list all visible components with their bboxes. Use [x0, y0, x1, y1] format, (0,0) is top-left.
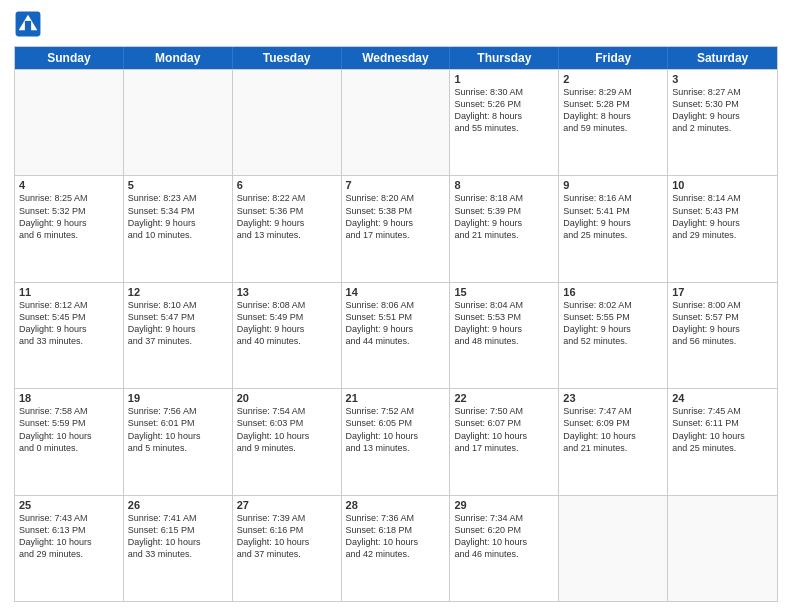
- calendar: SundayMondayTuesdayWednesdayThursdayFrid…: [14, 46, 778, 602]
- cell-content: Sunrise: 8:25 AM Sunset: 5:32 PM Dayligh…: [19, 192, 119, 241]
- cell-content: Sunrise: 7:50 AM Sunset: 6:07 PM Dayligh…: [454, 405, 554, 454]
- calendar-cell: [342, 70, 451, 175]
- cell-content: Sunrise: 8:29 AM Sunset: 5:28 PM Dayligh…: [563, 86, 663, 135]
- calendar-cell: 21Sunrise: 7:52 AM Sunset: 6:05 PM Dayli…: [342, 389, 451, 494]
- logo: [14, 10, 46, 38]
- day-number: 19: [128, 392, 228, 404]
- calendar-cell: 14Sunrise: 8:06 AM Sunset: 5:51 PM Dayli…: [342, 283, 451, 388]
- day-number: 11: [19, 286, 119, 298]
- weekday-header: Saturday: [668, 47, 777, 69]
- day-number: 17: [672, 286, 773, 298]
- cell-content: Sunrise: 8:20 AM Sunset: 5:38 PM Dayligh…: [346, 192, 446, 241]
- day-number: 21: [346, 392, 446, 404]
- calendar-cell: 12Sunrise: 8:10 AM Sunset: 5:47 PM Dayli…: [124, 283, 233, 388]
- calendar-cell: 15Sunrise: 8:04 AM Sunset: 5:53 PM Dayli…: [450, 283, 559, 388]
- calendar-cell: 4Sunrise: 8:25 AM Sunset: 5:32 PM Daylig…: [15, 176, 124, 281]
- day-number: 26: [128, 499, 228, 511]
- calendar-cell: 19Sunrise: 7:56 AM Sunset: 6:01 PM Dayli…: [124, 389, 233, 494]
- cell-content: Sunrise: 7:58 AM Sunset: 5:59 PM Dayligh…: [19, 405, 119, 454]
- calendar-header-row: SundayMondayTuesdayWednesdayThursdayFrid…: [15, 47, 777, 69]
- day-number: 3: [672, 73, 773, 85]
- weekday-header: Friday: [559, 47, 668, 69]
- day-number: 14: [346, 286, 446, 298]
- cell-content: Sunrise: 7:36 AM Sunset: 6:18 PM Dayligh…: [346, 512, 446, 561]
- day-number: 12: [128, 286, 228, 298]
- cell-content: Sunrise: 8:18 AM Sunset: 5:39 PM Dayligh…: [454, 192, 554, 241]
- calendar-cell: [668, 496, 777, 601]
- cell-content: Sunrise: 8:02 AM Sunset: 5:55 PM Dayligh…: [563, 299, 663, 348]
- day-number: 24: [672, 392, 773, 404]
- calendar-cell: 13Sunrise: 8:08 AM Sunset: 5:49 PM Dayli…: [233, 283, 342, 388]
- calendar-cell: 18Sunrise: 7:58 AM Sunset: 5:59 PM Dayli…: [15, 389, 124, 494]
- calendar-row: 18Sunrise: 7:58 AM Sunset: 5:59 PM Dayli…: [15, 388, 777, 494]
- day-number: 6: [237, 179, 337, 191]
- day-number: 16: [563, 286, 663, 298]
- weekday-header: Tuesday: [233, 47, 342, 69]
- calendar-cell: 5Sunrise: 8:23 AM Sunset: 5:34 PM Daylig…: [124, 176, 233, 281]
- calendar-row: 4Sunrise: 8:25 AM Sunset: 5:32 PM Daylig…: [15, 175, 777, 281]
- weekday-header: Sunday: [15, 47, 124, 69]
- day-number: 8: [454, 179, 554, 191]
- calendar-body: 1Sunrise: 8:30 AM Sunset: 5:26 PM Daylig…: [15, 69, 777, 601]
- calendar-row: 11Sunrise: 8:12 AM Sunset: 5:45 PM Dayli…: [15, 282, 777, 388]
- calendar-row: 25Sunrise: 7:43 AM Sunset: 6:13 PM Dayli…: [15, 495, 777, 601]
- calendar-cell: 3Sunrise: 8:27 AM Sunset: 5:30 PM Daylig…: [668, 70, 777, 175]
- calendar-cell: 29Sunrise: 7:34 AM Sunset: 6:20 PM Dayli…: [450, 496, 559, 601]
- day-number: 25: [19, 499, 119, 511]
- calendar-cell: 28Sunrise: 7:36 AM Sunset: 6:18 PM Dayli…: [342, 496, 451, 601]
- day-number: 1: [454, 73, 554, 85]
- cell-content: Sunrise: 7:47 AM Sunset: 6:09 PM Dayligh…: [563, 405, 663, 454]
- cell-content: Sunrise: 8:14 AM Sunset: 5:43 PM Dayligh…: [672, 192, 773, 241]
- cell-content: Sunrise: 7:52 AM Sunset: 6:05 PM Dayligh…: [346, 405, 446, 454]
- day-number: 29: [454, 499, 554, 511]
- calendar-cell: [559, 496, 668, 601]
- weekday-header: Thursday: [450, 47, 559, 69]
- cell-content: Sunrise: 8:27 AM Sunset: 5:30 PM Dayligh…: [672, 86, 773, 135]
- calendar-cell: 10Sunrise: 8:14 AM Sunset: 5:43 PM Dayli…: [668, 176, 777, 281]
- cell-content: Sunrise: 7:43 AM Sunset: 6:13 PM Dayligh…: [19, 512, 119, 561]
- logo-icon: [14, 10, 42, 38]
- calendar-cell: 26Sunrise: 7:41 AM Sunset: 6:15 PM Dayli…: [124, 496, 233, 601]
- calendar-page: SundayMondayTuesdayWednesdayThursdayFrid…: [0, 0, 792, 612]
- cell-content: Sunrise: 7:56 AM Sunset: 6:01 PM Dayligh…: [128, 405, 228, 454]
- calendar-cell: 23Sunrise: 7:47 AM Sunset: 6:09 PM Dayli…: [559, 389, 668, 494]
- calendar-row: 1Sunrise: 8:30 AM Sunset: 5:26 PM Daylig…: [15, 69, 777, 175]
- calendar-cell: 16Sunrise: 8:02 AM Sunset: 5:55 PM Dayli…: [559, 283, 668, 388]
- cell-content: Sunrise: 8:10 AM Sunset: 5:47 PM Dayligh…: [128, 299, 228, 348]
- cell-content: Sunrise: 8:23 AM Sunset: 5:34 PM Dayligh…: [128, 192, 228, 241]
- day-number: 7: [346, 179, 446, 191]
- calendar-cell: 7Sunrise: 8:20 AM Sunset: 5:38 PM Daylig…: [342, 176, 451, 281]
- day-number: 15: [454, 286, 554, 298]
- header: [14, 10, 778, 38]
- day-number: 20: [237, 392, 337, 404]
- calendar-cell: [124, 70, 233, 175]
- calendar-cell: 11Sunrise: 8:12 AM Sunset: 5:45 PM Dayli…: [15, 283, 124, 388]
- calendar-cell: [15, 70, 124, 175]
- day-number: 4: [19, 179, 119, 191]
- day-number: 5: [128, 179, 228, 191]
- calendar-cell: 8Sunrise: 8:18 AM Sunset: 5:39 PM Daylig…: [450, 176, 559, 281]
- day-number: 10: [672, 179, 773, 191]
- cell-content: Sunrise: 8:04 AM Sunset: 5:53 PM Dayligh…: [454, 299, 554, 348]
- cell-content: Sunrise: 8:30 AM Sunset: 5:26 PM Dayligh…: [454, 86, 554, 135]
- day-number: 18: [19, 392, 119, 404]
- svg-rect-2: [25, 21, 31, 32]
- day-number: 13: [237, 286, 337, 298]
- calendar-cell: 22Sunrise: 7:50 AM Sunset: 6:07 PM Dayli…: [450, 389, 559, 494]
- cell-content: Sunrise: 7:41 AM Sunset: 6:15 PM Dayligh…: [128, 512, 228, 561]
- day-number: 28: [346, 499, 446, 511]
- cell-content: Sunrise: 8:00 AM Sunset: 5:57 PM Dayligh…: [672, 299, 773, 348]
- cell-content: Sunrise: 7:45 AM Sunset: 6:11 PM Dayligh…: [672, 405, 773, 454]
- day-number: 9: [563, 179, 663, 191]
- cell-content: Sunrise: 8:16 AM Sunset: 5:41 PM Dayligh…: [563, 192, 663, 241]
- weekday-header: Monday: [124, 47, 233, 69]
- cell-content: Sunrise: 8:22 AM Sunset: 5:36 PM Dayligh…: [237, 192, 337, 241]
- calendar-cell: 20Sunrise: 7:54 AM Sunset: 6:03 PM Dayli…: [233, 389, 342, 494]
- cell-content: Sunrise: 8:06 AM Sunset: 5:51 PM Dayligh…: [346, 299, 446, 348]
- calendar-cell: [233, 70, 342, 175]
- cell-content: Sunrise: 8:12 AM Sunset: 5:45 PM Dayligh…: [19, 299, 119, 348]
- calendar-cell: 6Sunrise: 8:22 AM Sunset: 5:36 PM Daylig…: [233, 176, 342, 281]
- day-number: 22: [454, 392, 554, 404]
- calendar-cell: 1Sunrise: 8:30 AM Sunset: 5:26 PM Daylig…: [450, 70, 559, 175]
- cell-content: Sunrise: 8:08 AM Sunset: 5:49 PM Dayligh…: [237, 299, 337, 348]
